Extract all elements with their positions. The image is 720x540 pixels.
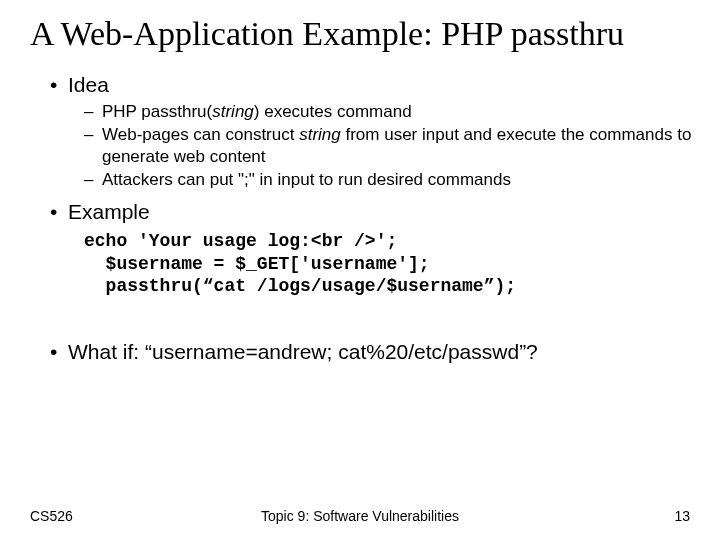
footer: CS526 Topic 9: Software Vulnerabilities … <box>30 508 690 524</box>
bullet-idea: • Idea <box>50 73 720 97</box>
slide-title: A Web-Application Example: PHP passthru <box>0 0 720 53</box>
code-block: echo 'Your usage log:<br />'; $username … <box>84 230 720 298</box>
sub-item: – Attackers can put ";" in input to run … <box>84 169 720 190</box>
footer-center: Topic 9: Software Vulnerabilities <box>30 508 690 524</box>
sub-text-post: ) executes command <box>254 102 412 121</box>
sub-text: Attackers can put ";" in input to run de… <box>102 169 511 190</box>
bullet-example-label: Example <box>68 200 150 224</box>
bullet-whatif-label: What if: “username=andrew; cat%20/etc/pa… <box>68 340 538 364</box>
sub-text-pre: Web-pages can construct <box>102 125 299 144</box>
sub-text-italic: string <box>299 125 341 144</box>
dash-icon: – <box>84 101 102 122</box>
bullet-whatif: • What if: “username=andrew; cat%20/etc/… <box>50 340 720 364</box>
bullet-example: • Example <box>50 200 720 224</box>
bullet-dot-icon: • <box>50 73 68 97</box>
bullet-dot-icon: • <box>50 200 68 224</box>
bullet-idea-label: Idea <box>68 73 109 97</box>
sub-item: – PHP passthru(string) executes command <box>84 101 720 122</box>
slide: A Web-Application Example: PHP passthru … <box>0 0 720 540</box>
sub-item: – Web-pages can construct string from us… <box>84 124 720 167</box>
bullet-dot-icon: • <box>50 340 68 364</box>
sub-text-italic: string <box>212 102 254 121</box>
dash-icon: – <box>84 124 102 167</box>
slide-body: • Idea – PHP passthru(string) executes c… <box>0 53 720 364</box>
sub-text: Web-pages can construct string from user… <box>102 124 720 167</box>
dash-icon: – <box>84 169 102 190</box>
sub-text-pre: Attackers can put ";" in input to run de… <box>102 170 511 189</box>
sub-text-pre: PHP passthru( <box>102 102 212 121</box>
sub-text: PHP passthru(string) executes command <box>102 101 412 122</box>
